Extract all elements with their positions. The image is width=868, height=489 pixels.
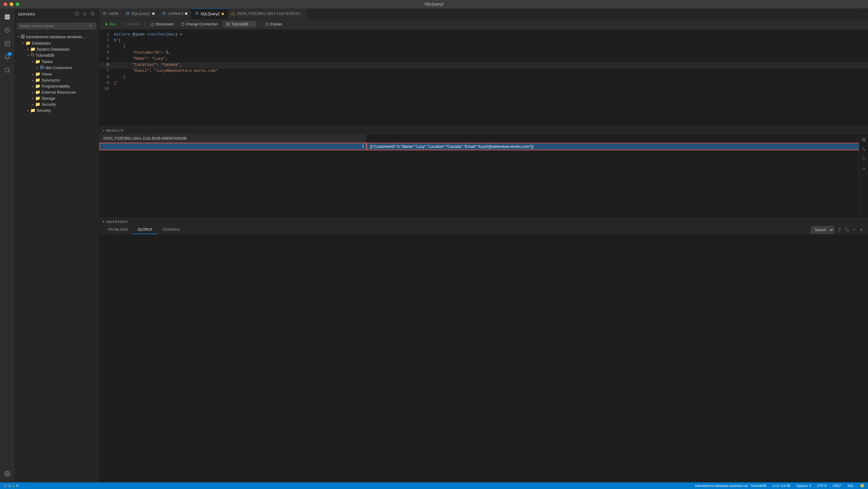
close-button[interactable] bbox=[4, 2, 7, 6]
messages-header[interactable]: ▸ MESSAGES bbox=[99, 218, 868, 226]
add-connection-icon[interactable] bbox=[90, 11, 95, 17]
tree-item-synonyms[interactable]: 📁 Synonyms bbox=[14, 77, 99, 83]
tab-sqlquery1[interactable]: SQLQuery1 bbox=[122, 8, 159, 19]
status-language[interactable]: SQL bbox=[846, 484, 855, 488]
activity-icon-notifications[interactable]: 3 bbox=[1, 51, 13, 63]
tree-item-server[interactable]: tutorialserver.database.windows.... bbox=[14, 34, 99, 40]
new-query-icon[interactable] bbox=[74, 11, 80, 17]
title-bar: SQLQuery2 bbox=[0, 0, 868, 8]
explain-button[interactable]: Explain bbox=[264, 21, 284, 27]
tab-rialdb[interactable]: rialDB bbox=[99, 8, 122, 19]
tab-terminal[interactable]: TERMINAL bbox=[157, 226, 186, 234]
table-icon-customers bbox=[40, 65, 44, 70]
svg-rect-20 bbox=[21, 37, 25, 38]
search-clear-icon[interactable]: ✕ bbox=[89, 24, 92, 28]
activity-icon-history[interactable] bbox=[1, 24, 13, 36]
msg-search-container: Search bbox=[811, 226, 834, 234]
tab-sqlquery2-icon bbox=[195, 11, 198, 16]
change-connection-label: Change Connection bbox=[186, 22, 218, 26]
svg-rect-0 bbox=[4, 15, 10, 16]
tree-item-customers[interactable]: dbo.Customers bbox=[14, 64, 99, 71]
results-header[interactable]: ▾ RESULTS bbox=[99, 127, 868, 135]
tab-json[interactable]: { } JSON_F52E2B61-18A1-11d1-B105-00805F4… bbox=[228, 8, 307, 19]
results-header-arrow: ▾ bbox=[103, 129, 105, 133]
tree-item-security1[interactable]: 📁 Security bbox=[14, 101, 99, 107]
tab-untitled3[interactable]: Untitled-3 bbox=[159, 8, 191, 19]
tree-item-external-resources[interactable]: 📁 External Resources bbox=[14, 89, 99, 95]
tab-sqlquery1-dot bbox=[152, 12, 155, 15]
tab-bar: rialDB SQLQuery1 Untitled-3 S bbox=[99, 8, 868, 19]
line-content-1: declare @json nvarchar(max) = bbox=[114, 32, 182, 37]
messages-tabs: PROBLEMS OUTPUT TERMINAL Search bbox=[99, 226, 868, 234]
svg-rect-18 bbox=[21, 35, 25, 36]
folder-icon-synonyms: 📁 bbox=[35, 78, 40, 82]
status-errors[interactable]: 3 0 bbox=[2, 484, 19, 488]
close-panel-icon[interactable] bbox=[858, 227, 864, 234]
tree-item-tutorialdb[interactable]: TutorialDB bbox=[14, 52, 99, 58]
maximize-button[interactable] bbox=[16, 2, 19, 6]
server-label: tutorialserver.database.windows.... bbox=[26, 34, 86, 39]
code-line-10: 10 bbox=[99, 87, 868, 93]
activity-icon-servers[interactable] bbox=[1, 11, 13, 23]
activity-icon-query[interactable] bbox=[1, 37, 13, 50]
status-line-ending[interactable]: CRLF bbox=[831, 484, 843, 488]
tab-problems[interactable]: PROBLEMS bbox=[103, 226, 133, 234]
spaces-text: Spaces: 4 bbox=[796, 484, 811, 488]
db-icon-tutorialdb bbox=[30, 53, 34, 58]
chart-icon[interactable] bbox=[861, 146, 867, 153]
tab-sqlquery2-dot bbox=[221, 13, 224, 15]
bar-chart-icon[interactable] bbox=[861, 165, 867, 172]
tab-sqlquery2[interactable]: SQLQuery2 bbox=[191, 8, 227, 19]
code-line-6: 6 "Location": "Canada", bbox=[99, 62, 868, 68]
tree-item-programmability[interactable]: 📁 Programmability bbox=[14, 83, 99, 89]
line-num-5: 5 bbox=[102, 56, 114, 61]
programmability-label: Programmability bbox=[41, 84, 70, 88]
tree-item-security2[interactable]: 📁 Security bbox=[14, 107, 99, 113]
connection-text: tutorialserver.database.windows.net : Tu… bbox=[695, 484, 766, 488]
window-title: SQLQuery2 bbox=[424, 2, 443, 6]
line-content-8: } bbox=[114, 75, 126, 79]
connection-selector[interactable]: TutorialDB bbox=[223, 21, 256, 27]
search-input[interactable] bbox=[20, 24, 89, 28]
code-line-7: 7 "Email": "lucy0@adventure-works.com" bbox=[99, 68, 868, 75]
editor-area[interactable]: 1 declare @json nvarchar(max) = 2 N'[ 3 … bbox=[99, 30, 868, 95]
cancel-button[interactable]: Cancel bbox=[122, 21, 141, 27]
tree-item-system-databases[interactable]: 📁 System Databases bbox=[14, 46, 99, 52]
status-spaces[interactable]: Spaces: 4 bbox=[795, 484, 812, 488]
grid-view-icon[interactable] bbox=[861, 136, 867, 144]
search-box-container: ✕ bbox=[14, 20, 99, 32]
sidebar-header: SERVERS bbox=[14, 8, 99, 20]
tree-item-databases[interactable]: 📁 Databases bbox=[14, 40, 99, 46]
status-position[interactable]: Ln 6, Col 30 bbox=[771, 484, 792, 488]
line-num-1: 1 bbox=[102, 32, 114, 37]
tree-item-tables[interactable]: 📁 Tables bbox=[14, 58, 99, 64]
status-encoding[interactable]: UTF-8 bbox=[816, 484, 828, 488]
status-connection[interactable]: tutorialserver.database.windows.net : Tu… bbox=[694, 484, 767, 488]
change-connection-button[interactable]: Change Connection bbox=[179, 21, 220, 27]
filter-icon[interactable] bbox=[837, 227, 843, 234]
svg-line-9 bbox=[8, 71, 9, 73]
tab-output[interactable]: OUTPUT bbox=[133, 226, 157, 234]
status-smiley[interactable]: 🙂 bbox=[859, 484, 866, 488]
table-row[interactable]: 1 [{"CustomerID":5,"Name":"Lucy","Locati… bbox=[99, 143, 868, 150]
tab-more-button[interactable]: ··· bbox=[859, 8, 868, 19]
results-table-container[interactable]: JSON_F52E2B61-18A1-11d1-B105-00805F49916… bbox=[99, 135, 868, 218]
activity-icon-search[interactable] bbox=[1, 64, 13, 76]
svg-rect-2 bbox=[4, 18, 10, 19]
download-icon[interactable] bbox=[861, 155, 867, 163]
msg-search-select[interactable]: Search bbox=[811, 226, 834, 234]
security1-label: Security bbox=[41, 102, 56, 107]
svg-rect-37 bbox=[862, 138, 863, 139]
disconnect-button[interactable]: Disconnect bbox=[149, 21, 175, 27]
copy-icon[interactable] bbox=[844, 227, 850, 234]
tree-item-storage[interactable]: 📁 Storage bbox=[14, 95, 99, 101]
msg-icons bbox=[834, 227, 864, 234]
activity-icon-settings[interactable] bbox=[1, 468, 13, 480]
run-button[interactable]: Run bbox=[103, 21, 118, 27]
scroll-up-icon[interactable] bbox=[851, 227, 857, 234]
disconnect-icon[interactable] bbox=[82, 11, 88, 17]
line-content-9: ]' bbox=[114, 81, 119, 85]
tree: tutorialserver.database.windows.... 📁 Da… bbox=[14, 32, 99, 482]
minimize-button[interactable] bbox=[10, 2, 13, 6]
tree-item-views[interactable]: 📁 Views bbox=[14, 71, 99, 77]
